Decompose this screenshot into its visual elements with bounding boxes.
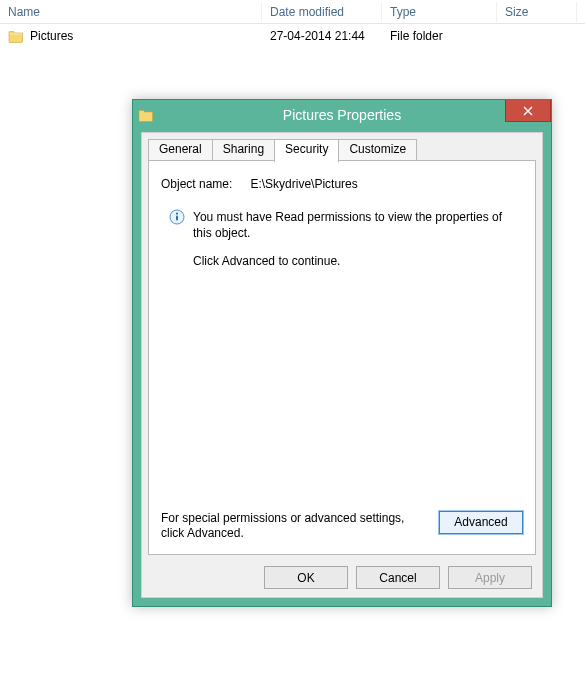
- file-type: File folder: [382, 27, 497, 45]
- tab-customize[interactable]: Customize: [338, 139, 417, 160]
- dialog-body: General Sharing Security Customize Objec…: [141, 132, 543, 598]
- svg-rect-2: [176, 216, 178, 221]
- file-name: Pictures: [30, 29, 73, 43]
- object-name-label: Object name:: [161, 177, 232, 191]
- cancel-button[interactable]: Cancel: [356, 566, 440, 589]
- apply-button[interactable]: Apply: [448, 566, 532, 589]
- tab-general[interactable]: General: [148, 139, 213, 160]
- file-date: 27-04-2014 21:44: [262, 27, 382, 45]
- tab-panel-security: Object name: E:\Skydrive\Pictures You mu…: [148, 160, 536, 555]
- column-headers: Name Date modified Type Size: [0, 0, 585, 24]
- dialog-button-row: OK Cancel Apply: [264, 566, 532, 589]
- ok-button[interactable]: OK: [264, 566, 348, 589]
- tab-security[interactable]: Security: [274, 139, 339, 162]
- object-name-value: E:\Skydrive\Pictures: [250, 177, 357, 191]
- info-icon: [169, 209, 185, 225]
- folder-icon: [8, 28, 24, 44]
- column-header-size[interactable]: Size: [497, 2, 577, 22]
- tab-strip: General Sharing Security Customize: [148, 139, 536, 160]
- column-header-type[interactable]: Type: [382, 2, 497, 22]
- info-block: You must have Read permissions to view t…: [169, 209, 515, 282]
- close-button[interactable]: [505, 100, 551, 122]
- file-size: [497, 34, 577, 38]
- properties-dialog: Pictures Properties General Sharing Secu…: [132, 99, 552, 607]
- advanced-hint: For special permissions or advanced sett…: [161, 511, 429, 542]
- folder-icon: [133, 100, 159, 130]
- tab-sharing[interactable]: Sharing: [212, 139, 275, 160]
- column-header-name[interactable]: Name: [0, 2, 262, 22]
- dialog-title: Pictures Properties: [133, 107, 551, 123]
- svg-point-1: [176, 213, 178, 215]
- info-message-2: Click Advanced to continue.: [193, 253, 515, 269]
- dialog-titlebar[interactable]: Pictures Properties: [133, 100, 551, 130]
- column-header-date[interactable]: Date modified: [262, 2, 382, 22]
- file-list: Name Date modified Type Size Pictures 27…: [0, 0, 585, 46]
- advanced-button[interactable]: Advanced: [439, 511, 523, 534]
- list-item[interactable]: Pictures 27-04-2014 21:44 File folder: [0, 24, 585, 46]
- info-message-1: You must have Read permissions to view t…: [193, 209, 515, 241]
